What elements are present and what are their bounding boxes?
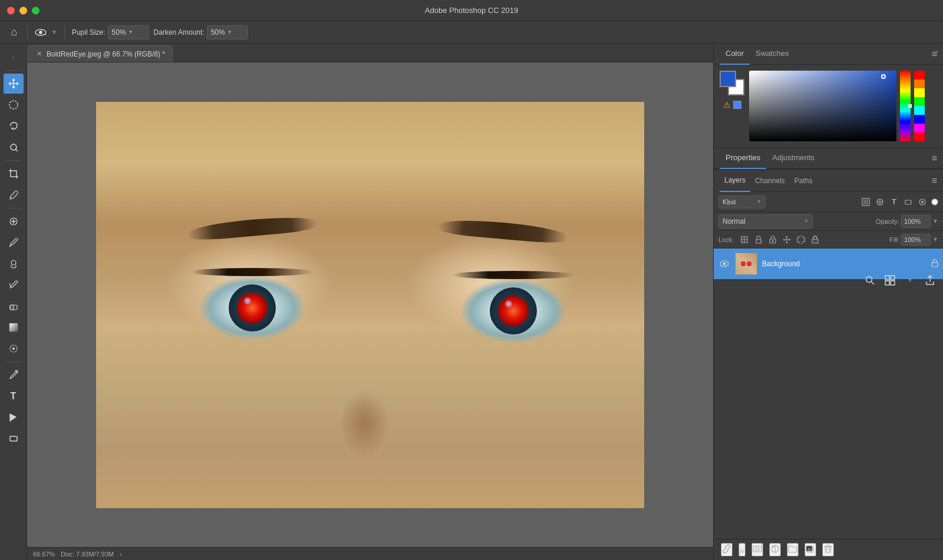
opacity-dropdown-arrow[interactable]: ▼	[932, 218, 938, 224]
workspace-button[interactable]	[883, 273, 897, 287]
color-gradient-area[interactable]	[749, 71, 896, 141]
marquee-tool[interactable]	[4, 95, 24, 115]
fill-dropdown-arrow[interactable]: ▼	[932, 236, 938, 243]
app-title: Adobe Photoshop CC 2019	[425, 6, 518, 15]
tab-adjustments[interactable]: Adjustments	[766, 148, 820, 169]
document-tab[interactable]: ✕ BoldRedEye.jpeg @ 66.7% (RGB/8) *	[27, 45, 173, 62]
magenta-swatch[interactable]	[914, 124, 925, 132]
pupil-size-label: Pupil Size:	[72, 28, 105, 37]
visibility-eye-icon	[720, 260, 729, 267]
green-swatch[interactable]	[914, 97, 925, 106]
history-brush-tool[interactable]	[4, 275, 24, 295]
new-layer-btn[interactable]	[804, 543, 816, 556]
lock-all-layers-btn[interactable]	[809, 234, 821, 246]
clone-stamp-tool[interactable]	[4, 254, 24, 274]
adjustment-layer-filter[interactable]	[873, 195, 886, 208]
tab-swatches[interactable]: Swatches	[750, 44, 794, 65]
eraser-tool[interactable]	[4, 296, 24, 316]
left-panel-toggle[interactable]: ‹	[4, 47, 24, 67]
web-safe-swatch[interactable]	[733, 101, 741, 109]
right-tools: ▼	[863, 273, 937, 287]
red-swatch[interactable]	[914, 71, 925, 79]
svg-point-32	[921, 201, 924, 203]
blue-swatch[interactable]	[914, 115, 925, 124]
lock-position-btn[interactable]	[738, 234, 750, 246]
share-button[interactable]	[923, 273, 937, 287]
lock-artboard-btn[interactable]	[795, 234, 807, 246]
darken-amount-dropdown[interactable]: 50% ▼	[207, 25, 248, 39]
eyedropper-tool[interactable]	[4, 185, 24, 205]
blur-tool[interactable]	[4, 339, 24, 359]
path-selection-tool[interactable]	[4, 407, 24, 428]
brush-icon	[8, 237, 19, 248]
pen-tool[interactable]	[4, 365, 24, 385]
new-adjustment-btn[interactable]	[769, 543, 781, 556]
lock-all-btn[interactable]	[767, 234, 779, 246]
fill-input[interactable]: 100%	[901, 234, 931, 246]
svg-rect-8	[891, 281, 895, 285]
color-panel-tabs: Color Swatches ≡	[714, 44, 943, 65]
new-group-btn[interactable]	[787, 543, 799, 556]
hue-spectrum[interactable]	[900, 71, 911, 141]
gamut-warning-icon[interactable]: ⚠	[723, 100, 731, 110]
smart-filter-btn[interactable]	[916, 195, 929, 208]
shape-layer-filter[interactable]	[902, 195, 915, 208]
orange-swatch[interactable]	[914, 79, 925, 88]
lock-move-btn[interactable]	[781, 234, 793, 246]
cyan-swatch[interactable]	[914, 106, 925, 115]
toolbar-separator-2	[5, 208, 22, 208]
move-tool[interactable]	[4, 74, 24, 94]
yellow-swatch[interactable]	[914, 88, 925, 97]
pixel-layer-filter[interactable]	[859, 195, 872, 208]
tab-channels[interactable]: Channels	[750, 170, 790, 192]
svg-rect-28	[863, 200, 868, 204]
type-tool[interactable]: T	[4, 386, 24, 406]
add-mask-btn[interactable]	[751, 543, 763, 556]
gradient-tool[interactable]	[4, 317, 24, 337]
search-button[interactable]	[863, 273, 877, 287]
canvas[interactable]	[96, 102, 644, 508]
home-button[interactable]: ⌂	[6, 24, 22, 41]
tab-color[interactable]: Color	[720, 44, 750, 65]
color-gradient[interactable]	[749, 71, 896, 141]
link-layers-btn[interactable]	[721, 543, 733, 556]
layer-visibility-toggle[interactable]	[718, 258, 730, 270]
pupil-size-dropdown[interactable]: 50% ▼	[108, 25, 149, 39]
lock-artboard-icon	[797, 236, 805, 244]
type-layer-filter[interactable]: T	[888, 195, 901, 208]
path-select-icon	[8, 412, 19, 423]
layer-fx-btn[interactable]: fx	[738, 543, 746, 556]
healing-brush-tool[interactable]	[4, 211, 24, 231]
status-arrow[interactable]: ›	[120, 551, 122, 558]
svg-rect-5	[885, 276, 889, 280]
tab-properties[interactable]: Properties	[720, 148, 766, 169]
blend-mode-dropdown[interactable]: Normal ▼	[718, 214, 813, 228]
opacity-input[interactable]: 100%	[901, 215, 931, 228]
maximize-button[interactable]	[32, 6, 39, 14]
minimize-button[interactable]	[19, 6, 27, 14]
red2-swatch[interactable]	[914, 132, 925, 141]
lock-pixels-btn[interactable]	[753, 234, 764, 246]
close-button[interactable]	[7, 6, 15, 14]
foreground-color-swatch[interactable]	[720, 71, 736, 87]
properties-panel-menu[interactable]: ≡	[932, 153, 937, 164]
quick-select-tool[interactable]	[4, 137, 24, 157]
lasso-tool[interactable]	[4, 116, 24, 136]
shape-tool[interactable]	[4, 429, 24, 449]
crop-tool[interactable]	[4, 164, 24, 184]
layers-panel-menu[interactable]: ≡	[932, 175, 937, 186]
filter-toggle[interactable]	[931, 198, 938, 206]
delete-layer-btn[interactable]	[822, 543, 834, 556]
darken-amount-arrow: ▼	[227, 29, 232, 35]
healing-icon	[8, 216, 19, 227]
workspace-arrow[interactable]: ▼	[903, 273, 917, 287]
left-toolbar: ‹	[0, 44, 27, 560]
share-icon	[925, 275, 935, 286]
tab-close-icon[interactable]: ✕	[35, 50, 43, 58]
right-panel-expand[interactable]: ›	[936, 48, 938, 55]
svg-point-41	[723, 263, 726, 266]
tool-options-arrow[interactable]: ▼	[51, 29, 57, 35]
tab-paths[interactable]: Paths	[790, 170, 817, 192]
brush-tool[interactable]	[4, 233, 24, 253]
tab-layers[interactable]: Layers	[720, 170, 750, 192]
